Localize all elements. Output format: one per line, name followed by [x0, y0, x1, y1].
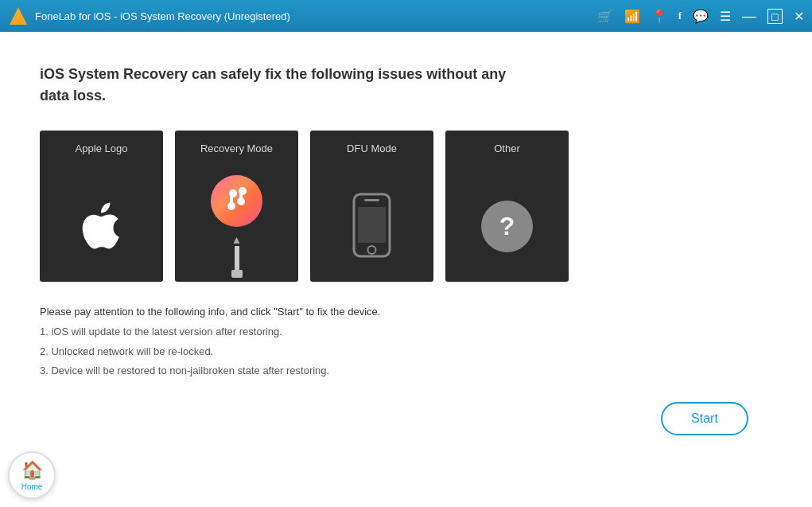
cart-icon[interactable]: 🛒 [597, 9, 613, 24]
pin-icon[interactable]: 📍 [651, 9, 667, 24]
mode-card-other[interactable]: Other ? [445, 131, 569, 282]
window-title: FoneLab for iOS - iOS System Recovery (U… [35, 10, 290, 22]
info-header-text: Please pay attention to the following in… [40, 306, 772, 318]
maximize-button[interactable]: ◻ [767, 9, 783, 24]
home-nav-button[interactable]: 🏠 Home [8, 451, 56, 499]
recovery-mode-icon: ▲ [211, 170, 262, 282]
info-item-1: 1. iOS will update to the latest version… [40, 324, 772, 340]
svg-rect-10 [364, 199, 379, 201]
info-section: Please pay attention to the following in… [40, 306, 772, 379]
title-bar: FoneLab for iOS - iOS System Recovery (U… [0, 0, 812, 32]
apple-logo-icon [78, 170, 126, 282]
headline-text: iOS System Recovery can safely fix the f… [40, 64, 517, 107]
chat-icon[interactable]: 💬 [693, 9, 709, 24]
dfu-mode-label: DFU Mode [347, 142, 397, 154]
facebook-icon[interactable]: f [678, 10, 682, 22]
wifi-icon[interactable]: 📶 [624, 9, 640, 24]
itunes-circle-icon [211, 175, 262, 227]
menu-icon[interactable]: ☰ [720, 9, 731, 24]
apple-logo-label: Apple Logo [76, 142, 128, 154]
other-mode-icon: ? [481, 170, 533, 282]
svg-point-7 [237, 197, 245, 205]
home-label: Home [21, 482, 43, 491]
other-label: Other [494, 142, 520, 154]
main-content: iOS System Recovery can safely fix the f… [0, 32, 812, 507]
question-mark-icon: ? [481, 201, 533, 252]
recovery-mode-label: Recovery Mode [200, 142, 273, 154]
mode-card-apple-logo[interactable]: Apple Logo [40, 131, 163, 282]
svg-rect-1 [16, 17, 21, 23]
cable-icon: ▲ [231, 233, 243, 278]
close-button[interactable]: ✕ [794, 9, 804, 24]
info-list: 1. iOS will update to the latest version… [40, 324, 772, 379]
app-icon [8, 6, 29, 26]
mode-cards-container: Apple Logo Recovery Mode [40, 131, 772, 282]
minimize-button[interactable]: — [742, 9, 756, 23]
info-item-2: 2. Unlocked network will be re-locked. [40, 344, 772, 360]
dfu-mode-icon [350, 170, 394, 282]
mode-card-dfu-mode[interactable]: DFU Mode [310, 131, 433, 282]
home-icon: 🏠 [21, 460, 43, 481]
svg-point-6 [227, 202, 235, 210]
svg-rect-11 [358, 207, 386, 243]
svg-point-9 [368, 246, 376, 254]
info-item-3: 3. Device will be restored to non-jailbr… [40, 363, 772, 379]
mode-card-recovery-mode[interactable]: Recovery Mode ▲ [175, 131, 298, 282]
start-button[interactable]: Start [661, 402, 748, 435]
